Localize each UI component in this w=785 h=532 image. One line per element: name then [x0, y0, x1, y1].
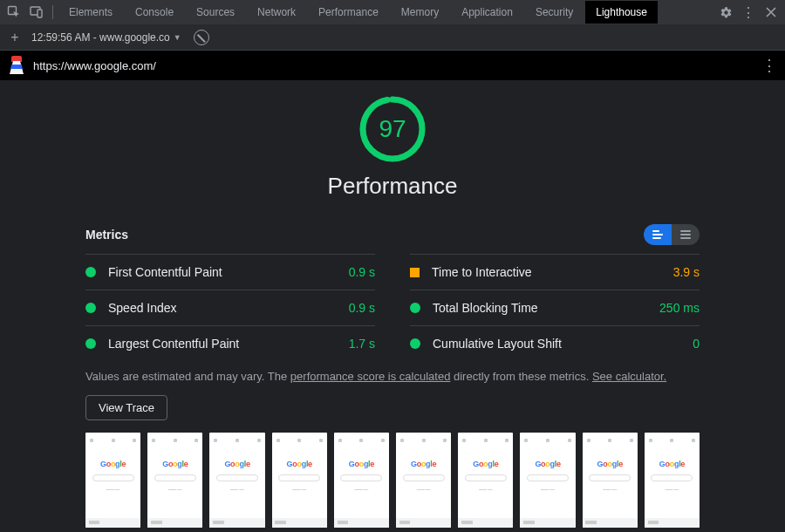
report-selector[interactable]: 12:59:56 AM - www.google.co ▼ [31, 31, 181, 44]
toggle-condensed[interactable] [644, 224, 672, 245]
metric-row: Speed Index0.9 s [85, 290, 375, 325]
metric-name: Total Blocking Time [433, 301, 659, 315]
clear-icon[interactable] [194, 30, 209, 45]
filmstrip-thumb[interactable]: Google——— —— [396, 433, 451, 528]
close-icon[interactable] [761, 2, 782, 23]
lighthouse-icon [9, 56, 24, 75]
status-dot-icon [85, 267, 96, 277]
kebab-icon[interactable]: ⋮ [738, 2, 759, 23]
svg-rect-2 [38, 10, 42, 17]
metric-value: 0 [693, 337, 700, 351]
filmstrip-thumb[interactable]: Google——— —— [334, 433, 389, 528]
filmstrip-thumb[interactable]: Google——— —— [272, 433, 327, 528]
report-scroll[interactable]: 97 Performance Metrics First Contentful … [0, 80, 785, 532]
metric-value: 0.9 s [349, 265, 375, 279]
filmstrip-thumb[interactable]: Google——— —— [85, 433, 140, 528]
view-trace-button[interactable]: View Trace [85, 395, 167, 420]
panel-tab-performance[interactable]: Performance [308, 1, 389, 24]
report-menu-icon[interactable]: ⋮ [761, 56, 776, 75]
chevron-down-icon: ▼ [174, 33, 181, 42]
filmstrip: Google——— ——Google——— ——Google——— ——Goog… [78, 433, 706, 532]
metrics-view-toggle [644, 224, 700, 245]
metric-value: 3.9 s [673, 265, 700, 279]
metric-name: Time to Interactive [432, 265, 673, 279]
score-gauge: 97 Performance [78, 91, 706, 200]
panel-tab-network[interactable]: Network [247, 1, 306, 24]
toggle-expanded[interactable] [672, 224, 700, 245]
panel-tab-security[interactable]: Security [525, 1, 584, 24]
filmstrip-thumb[interactable]: Google——— —— [147, 433, 202, 528]
panel-tab-console[interactable]: Console [125, 1, 184, 24]
filmstrip-thumb[interactable]: Google——— —— [209, 433, 264, 528]
divider [52, 5, 53, 19]
devtools-tab-strip: ElementsConsoleSourcesNetworkPerformance… [0, 0, 785, 24]
panel-tab-lighthouse[interactable]: Lighthouse [585, 1, 658, 24]
lighthouse-toolbar: + 12:59:56 AM - www.google.co ▼ [0, 24, 785, 51]
metrics-grid: First Contentful Paint0.9 sTime to Inter… [78, 254, 706, 361]
panel-tab-memory[interactable]: Memory [391, 1, 449, 24]
device-toggle-icon[interactable] [26, 2, 47, 23]
metric-row: Cumulative Layout Shift0 [410, 325, 700, 361]
link-score-calc[interactable]: performance score is calculated [290, 370, 451, 383]
new-report-button[interactable]: + [5, 28, 24, 47]
link-see-calculator[interactable]: See calculator. [592, 370, 666, 383]
report-url-bar: https://www.google.com/ ⋮ [0, 51, 785, 80]
metric-value: 1.7 s [349, 337, 375, 351]
metric-row: Time to Interactive3.9 s [410, 254, 700, 290]
status-dot-icon [410, 303, 420, 313]
panel-tab-elements[interactable]: Elements [58, 1, 123, 24]
report-url: https://www.google.com/ [33, 59, 753, 72]
status-dot-icon [85, 338, 96, 349]
score-value: 97 [358, 94, 427, 164]
metric-value: 0.9 s [349, 301, 375, 315]
metric-row: First Contentful Paint0.9 s [85, 254, 375, 290]
score-label: Performance [78, 173, 706, 200]
metric-name: Speed Index [108, 301, 349, 315]
metric-name: Cumulative Layout Shift [433, 337, 693, 351]
metrics-disclaimer: Values are estimated and may vary. The p… [78, 361, 706, 395]
panel-tab-sources[interactable]: Sources [186, 1, 245, 24]
status-dot-icon [85, 303, 96, 313]
inspect-icon[interactable] [3, 2, 24, 23]
report-selector-label: 12:59:56 AM - www.google.co [31, 31, 170, 44]
filmstrip-thumb[interactable]: Google——— —— [583, 433, 638, 528]
filmstrip-thumb[interactable]: Google——— —— [458, 433, 513, 528]
gear-icon[interactable] [715, 2, 736, 23]
panel-tab-application[interactable]: Application [451, 1, 523, 24]
metric-value: 250 ms [659, 301, 700, 315]
metric-name: Largest Contentful Paint [108, 337, 349, 351]
filmstrip-thumb[interactable]: Google——— —— [645, 433, 700, 528]
metrics-heading: Metrics [85, 228, 644, 242]
metric-row: Total Blocking Time250 ms [410, 290, 700, 325]
status-square-icon [410, 268, 420, 277]
status-dot-icon [410, 338, 420, 349]
metric-row: Largest Contentful Paint1.7 s [85, 325, 375, 361]
filmstrip-thumb[interactable]: Google——— —— [520, 433, 575, 528]
metric-name: First Contentful Paint [108, 265, 349, 279]
